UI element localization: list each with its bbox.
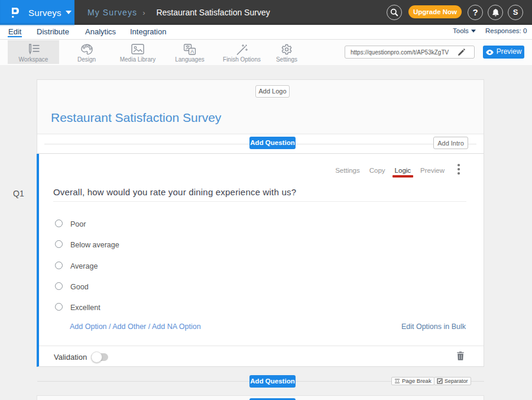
- svg-text:A: A: [190, 48, 194, 54]
